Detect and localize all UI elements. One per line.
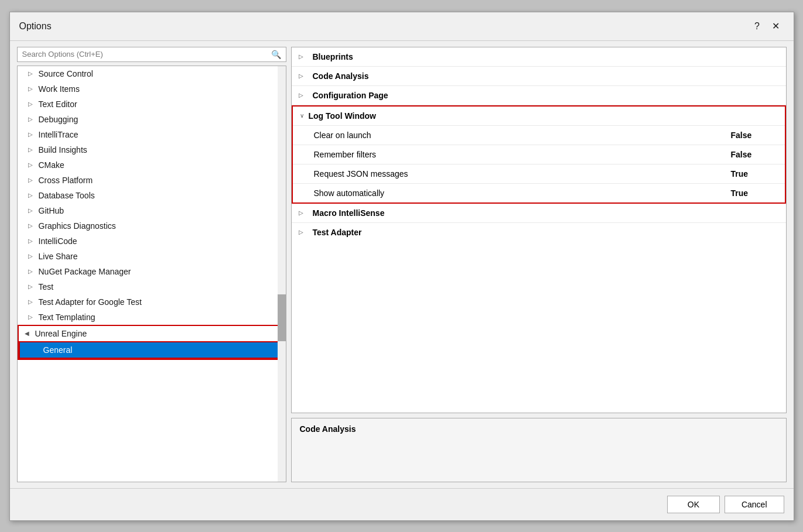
search-box: 🔍 <box>17 47 286 62</box>
sub-value: True <box>731 188 778 198</box>
tree-item-label: Live Share <box>39 252 78 261</box>
expand-icon: ▷ <box>299 92 308 98</box>
cancel-button[interactable]: Cancel <box>725 496 784 513</box>
arrow-icon: ▷ <box>28 101 35 107</box>
tree-item-label: Work Items <box>39 84 80 94</box>
arrow-icon: ▷ <box>28 177 35 183</box>
tree-item-cmake[interactable]: ▷ CMake <box>18 157 286 173</box>
tree-item-label: Test Adapter for Google Test <box>39 297 142 307</box>
tree-item-label: GitHub <box>39 206 64 215</box>
tree-item-unreal-engine[interactable]: ◀ Unreal Engine <box>19 326 285 341</box>
left-panel: 🔍 ▷ Source Control ▷ Work Items ▷ Text E… <box>17 47 286 482</box>
tree-item-nuget[interactable]: ▷ NuGet Package Manager <box>18 264 286 279</box>
tree-item-cross-platform[interactable]: ▷ Cross Platform <box>18 173 286 188</box>
log-tool-header[interactable]: ∨ Log Tool Window <box>293 107 785 125</box>
arrow-icon: ▷ <box>28 207 35 214</box>
option-row-configuration-page[interactable]: ▷ Configuration Page <box>292 86 786 105</box>
tree-item-text-templating[interactable]: ▷ Text Templating <box>18 310 286 325</box>
content-area: 🔍 ▷ Source Control ▷ Work Items ▷ Text E… <box>10 41 794 488</box>
tree-item-database-tools[interactable]: ▷ Database Tools <box>18 188 286 203</box>
tree-item-label: IntelliTrace <box>39 130 78 139</box>
arrow-icon: ▷ <box>28 162 35 168</box>
sub-value: True <box>731 169 778 179</box>
arrow-icon: ▷ <box>28 314 35 320</box>
arrow-icon: ▷ <box>28 268 35 274</box>
option-row-code-analysis[interactable]: ▷ Code Analysis <box>292 67 786 86</box>
title-bar-buttons: ? ✕ <box>749 18 784 35</box>
tree-item-test-adapter-google[interactable]: ▷ Test Adapter for Google Test <box>18 294 286 310</box>
tree-item-work-items[interactable]: ▷ Work Items <box>18 81 286 97</box>
tree-item-intellitrace[interactable]: ▷ IntelliTrace <box>18 127 286 142</box>
option-row-macro-intellisense[interactable]: ▷ Macro IntelliSense <box>292 204 786 223</box>
dialog-title: Options <box>19 21 52 32</box>
arrow-icon: ▷ <box>28 298 35 305</box>
tree-item-text-editor[interactable]: ▷ Text Editor <box>18 97 286 112</box>
arrow-icon: ▷ <box>28 131 35 138</box>
tree-item-live-share[interactable]: ▷ Live Share <box>18 249 286 264</box>
option-label: Macro IntelliSense <box>313 208 779 218</box>
tree-item-debugging[interactable]: ▷ Debugging <box>18 112 286 127</box>
tree-item-build-insights[interactable]: ▷ Build Insights <box>18 142 286 157</box>
tree-item-intellicode[interactable]: ▷ IntelliCode <box>18 234 286 249</box>
tree-item-graphics-diagnostics[interactable]: ▷ Graphics Diagnostics <box>18 218 286 234</box>
options-dialog: Options ? ✕ 🔍 ▷ Source Control ▷ Work It… <box>9 12 794 521</box>
option-label: Code Analysis <box>313 71 779 81</box>
option-row-test-adapter[interactable]: ▷ Test Adapter <box>292 223 786 242</box>
sub-value: False <box>731 131 778 140</box>
right-panel: ▷ Blueprints ▷ Code Analysis ▷ Configura… <box>291 47 787 482</box>
arrow-icon: ▷ <box>28 192 35 198</box>
arrow-icon: ▷ <box>28 70 35 77</box>
title-bar: Options ? ✕ <box>10 12 794 41</box>
tree-item-label: Build Insights <box>39 145 87 155</box>
tree-item-label: Test <box>39 282 54 291</box>
tree-panel: ▷ Source Control ▷ Work Items ▷ Text Edi… <box>17 66 286 482</box>
tree-item-source-control[interactable]: ▷ Source Control <box>18 66 286 81</box>
log-tool-section: ∨ Log Tool Window Clear on launch False … <box>292 105 786 204</box>
expand-arrow-icon: ◀ <box>25 330 32 337</box>
scrollbar-track[interactable] <box>278 66 286 482</box>
expand-icon: ▷ <box>299 229 308 235</box>
option-label: Configuration Page <box>313 91 779 100</box>
log-tool-row-json[interactable]: Request JSON messages True <box>293 164 785 183</box>
close-button[interactable]: ✕ <box>768 18 784 35</box>
arrow-icon: ▷ <box>28 283 35 290</box>
expand-icon: ▷ <box>299 73 308 79</box>
general-label: General <box>43 345 73 355</box>
tree-item-label: Cross Platform <box>39 176 93 185</box>
options-panel: ▷ Blueprints ▷ Code Analysis ▷ Configura… <box>291 47 787 413</box>
arrow-icon: ▷ <box>28 116 35 122</box>
sub-value: False <box>731 150 778 159</box>
arrow-icon: ▷ <box>28 222 35 229</box>
tree-item-test[interactable]: ▷ Test <box>18 279 286 294</box>
tree-item-label: Graphics Diagnostics <box>39 221 116 231</box>
tree-item-label: IntelliCode <box>39 236 77 246</box>
option-label: Test Adapter <box>313 228 779 237</box>
tree-item-label: Database Tools <box>39 191 95 200</box>
footer: OK Cancel <box>10 488 794 520</box>
arrow-icon: ▷ <box>28 146 35 153</box>
help-button[interactable]: ? <box>749 18 766 35</box>
sub-label: Remember filters <box>314 150 731 159</box>
ok-button[interactable]: OK <box>667 496 720 513</box>
tree-item-github[interactable]: ▷ GitHub <box>18 203 286 218</box>
tree-item-label: Unreal Engine <box>35 329 87 338</box>
log-tool-row-clear[interactable]: Clear on launch False <box>293 125 785 145</box>
sub-label: Request JSON messages <box>314 169 731 179</box>
tree-item-label: CMake <box>39 160 64 170</box>
log-tool-row-show[interactable]: Show automatically True <box>293 183 785 202</box>
option-label: Blueprints <box>313 52 779 61</box>
sub-label: Clear on launch <box>314 131 731 140</box>
log-tool-row-remember[interactable]: Remember filters False <box>293 145 785 164</box>
sub-label: Show automatically <box>314 188 731 198</box>
log-tool-label: Log Tool Window <box>309 111 376 121</box>
expand-icon: ▷ <box>299 210 308 216</box>
arrow-icon: ▷ <box>28 85 35 92</box>
option-row-blueprints[interactable]: ▷ Blueprints <box>292 47 786 67</box>
description-panel: Code Analysis <box>291 418 787 482</box>
tree-item-label: Text Templating <box>39 313 95 322</box>
arrow-icon: ▷ <box>28 253 35 259</box>
tree-item-label: Debugging <box>39 115 78 124</box>
tree-item-general[interactable]: General <box>19 341 285 359</box>
scrollbar-thumb[interactable] <box>278 294 286 341</box>
search-input[interactable] <box>22 50 268 59</box>
